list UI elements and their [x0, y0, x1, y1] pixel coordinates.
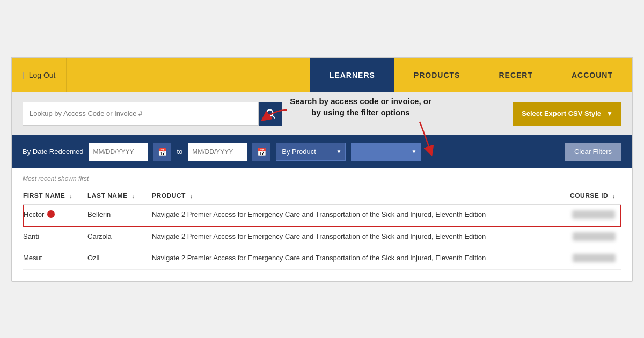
date-from-input[interactable] — [89, 143, 148, 161]
cell-firstname: Mesut — [23, 248, 87, 269]
red-dot-indicator — [47, 210, 55, 218]
tab-learners[interactable]: LEARNERS — [310, 58, 394, 92]
tab-products[interactable]: PRODUCTS — [394, 58, 480, 92]
calendar-icon: 📅 — [158, 148, 167, 156]
cell-lastname: Ozil — [87, 248, 152, 269]
divider: | — [23, 71, 25, 79]
secondary-filter-select[interactable] — [351, 143, 421, 161]
filter-bar: By Date Redeemed 📅 to 📅 By Product Clear… — [12, 135, 632, 168]
tab-recert[interactable]: RECERT — [479, 58, 552, 92]
product-filter-wrap: By Product — [276, 143, 346, 161]
course-id-value — [573, 254, 616, 262]
calendar-icon-2: 📅 — [257, 148, 266, 156]
search-icon — [265, 108, 276, 120]
table-header: FIRST NAME ↓ LAST NAME ↓ PRODUCT ↓ COURS… — [23, 188, 621, 204]
table-row[interactable]: Santi Carzola Navigate 2 Premier Access … — [23, 226, 621, 248]
logout-label: Log Out — [29, 71, 56, 79]
course-id-value — [572, 210, 615, 219]
col-header-firstname[interactable]: FIRST NAME ↓ — [23, 188, 87, 204]
filter-to-label: to — [177, 148, 182, 156]
col-header-product[interactable]: PRODUCT ↓ — [152, 188, 557, 204]
col-header-lastname[interactable]: LAST NAME ↓ — [87, 188, 152, 204]
sort-arrow-lastname: ↓ — [131, 193, 135, 199]
col-header-courseid[interactable]: COURSE ID ↓ — [557, 188, 621, 204]
sort-arrow-product: ↓ — [190, 193, 193, 199]
tab-account[interactable]: ACCOUNT — [552, 58, 632, 92]
sort-arrow-firstname: ↓ — [69, 193, 72, 199]
cell-courseid — [557, 248, 621, 269]
table-row[interactable]: Hector Bellerin Navigate 2 Premier Acces… — [23, 204, 621, 226]
search-button[interactable] — [259, 102, 282, 126]
product-filter-select[interactable]: By Product — [276, 143, 346, 161]
chevron-down-icon: ▼ — [606, 110, 613, 117]
table-row[interactable]: Mesut Ozil Navigate 2 Premier Access for… — [23, 248, 621, 269]
learners-table: FIRST NAME ↓ LAST NAME ↓ PRODUCT ↓ COURS… — [23, 188, 621, 270]
search-bar: Search by access code or invoice, or by … — [12, 92, 632, 135]
cell-courseid — [557, 226, 621, 248]
table-area: Most recent shown first FIRST NAME ↓ LAS… — [12, 168, 632, 281]
secondary-filter-wrap — [351, 143, 421, 161]
sort-arrow-courseid: ↓ — [612, 193, 616, 199]
filter-date-label: By Date Redeemed — [23, 148, 83, 156]
cell-lastname: Carzola — [87, 226, 152, 248]
date-to-calendar-button[interactable]: 📅 — [252, 143, 270, 161]
svg-point-0 — [267, 109, 273, 116]
cell-product: Navigate 2 Premier Access for Emergency … — [152, 226, 557, 248]
logout-button[interactable]: | Log Out — [12, 58, 67, 92]
table-body: Hector Bellerin Navigate 2 Premier Acces… — [23, 204, 621, 270]
annotation-text: Search by access code or invoice, or by … — [286, 95, 436, 118]
clear-filters-button[interactable]: Clear Filters — [565, 143, 621, 161]
cell-product: Navigate 2 Premier Access for Emergency … — [152, 204, 557, 226]
date-to-input[interactable] — [188, 143, 247, 161]
cell-firstname: Hector — [23, 204, 87, 226]
search-input-wrap — [23, 102, 259, 126]
nav-bar: | Log Out LEARNERS PRODUCTS RECERT ACCOU… — [12, 58, 632, 92]
search-input[interactable] — [23, 109, 258, 117]
svg-line-1 — [272, 115, 275, 118]
course-id-value — [573, 232, 616, 241]
export-csv-button[interactable]: Select Export CSV Style ▼ — [513, 102, 621, 126]
cell-lastname: Bellerin — [87, 204, 152, 226]
cell-firstname: Santi — [23, 226, 87, 248]
cell-product: Navigate 2 Premier Access for Emergency … — [152, 248, 557, 269]
cell-courseid — [557, 204, 621, 226]
table-subtitle: Most recent shown first — [23, 175, 621, 182]
date-from-calendar-button[interactable]: 📅 — [153, 143, 171, 161]
nav-spacer — [67, 58, 310, 92]
